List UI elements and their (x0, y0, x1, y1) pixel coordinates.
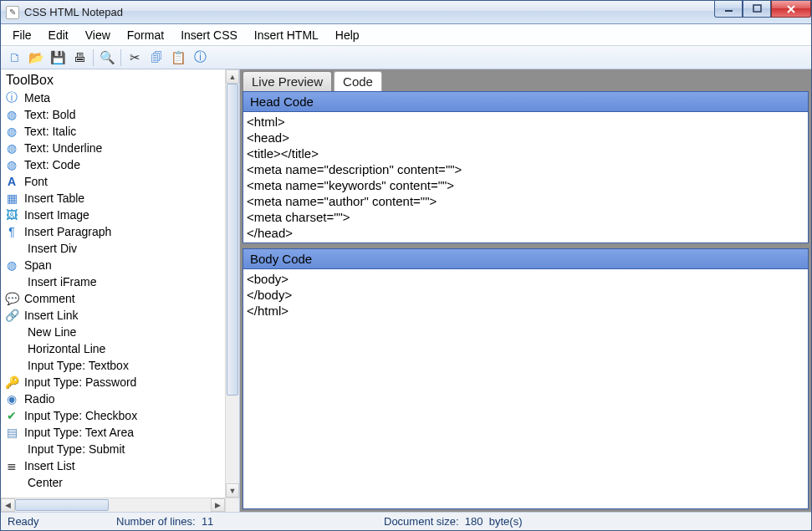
search-button[interactable]: 🔍 (97, 49, 117, 67)
copy-button[interactable]: 🗐 (146, 49, 166, 67)
menu-help[interactable]: Help (327, 26, 368, 44)
toolbox-item-label: Insert Div (28, 242, 77, 255)
scroll-track-horizontal[interactable] (15, 498, 211, 512)
toolbox-item-label: Insert List (24, 459, 75, 472)
scroll-thumb-vertical[interactable] (227, 84, 238, 396)
scroll-up-button[interactable]: ▲ (226, 69, 239, 84)
toolbox-item-label: Horizontal Line (28, 342, 105, 355)
paragraph-icon: ¶ (4, 225, 19, 238)
cut-button[interactable]: ✂ (125, 49, 145, 67)
check-icon: ✔ (4, 409, 19, 422)
toolbox-item-input-type-password[interactable]: 🔑Input Type: Password (1, 374, 225, 391)
editor-area: Live PreviewCode Head Code <html> <head>… (240, 69, 811, 512)
globe-icon: ◍ (4, 108, 19, 121)
toolbox-item-insert-table[interactable]: ▦Insert Table (1, 190, 225, 207)
minimize-icon (724, 4, 733, 13)
toolbox-item-input-type-submit[interactable]: Input Type: Submit (1, 441, 225, 457)
toolbox-item-center[interactable]: Center (1, 474, 225, 491)
globe-icon: ◍ (4, 141, 19, 155)
head-code-panel: Head Code <html> <head> <title></title> … (243, 91, 809, 243)
toolbox-item-label: Text: Italic (24, 125, 76, 138)
menu-insert-html[interactable]: Insert HTML (246, 26, 327, 44)
scroll-down-button[interactable]: ▼ (226, 483, 239, 498)
toolbox-list: ⓘMeta◍Text: Bold◍Text: Italic◍Text: Unde… (1, 89, 225, 491)
titlebar[interactable]: ✎ CSS HTML Notepad (1, 1, 811, 24)
open-folder-button[interactable]: 📂 (26, 49, 46, 67)
toolbox-item-label: Insert Image (24, 208, 89, 222)
paste-icon: 📋 (171, 50, 186, 65)
toolbox-item-font[interactable]: AFont (1, 173, 225, 190)
menu-format[interactable]: Format (119, 26, 172, 44)
toolbox-item-text-underline[interactable]: ◍Text: Underline (1, 140, 225, 156)
scroll-right-button[interactable]: ▶ (211, 498, 225, 512)
toolbox-item-insert-list[interactable]: ≣Insert List (1, 457, 225, 474)
toolbox-item-insert-paragraph[interactable]: ¶Insert Paragraph (1, 223, 225, 240)
toolbox-item-text-code[interactable]: ◍Text: Code (1, 156, 225, 173)
svg-rect-1 (753, 5, 761, 12)
key-icon: 🔑 (4, 375, 19, 389)
status-lines-label: Number of lines: (116, 515, 196, 528)
tab-live-preview[interactable]: Live Preview (243, 71, 332, 91)
toolbox-item-label: Insert Paragraph (24, 225, 111, 238)
toolbox-item-text-italic[interactable]: ◍Text: Italic (1, 123, 225, 140)
scroll-track-vertical[interactable] (226, 84, 239, 483)
toolbox-item-label: Input Type: Submit (28, 442, 125, 456)
minimize-button[interactable] (714, 1, 743, 18)
table-icon: ▦ (4, 191, 19, 205)
toolbox-item-insert-iframe[interactable]: Insert iFrame (1, 273, 225, 290)
head-code-editor[interactable]: <html> <head> <title></title> <meta name… (243, 112, 808, 243)
tab-row: Live PreviewCode (240, 69, 811, 91)
save-icon: 💾 (50, 50, 66, 65)
toolbox-item-comment[interactable]: 💬Comment (1, 290, 225, 307)
tab-code[interactable]: Code (334, 71, 382, 91)
body-code-panel: Body Code <body> </body> </html> (243, 248, 809, 509)
toolbox-item-input-type-text-area[interactable]: ▤Input Type: Text Area (1, 424, 225, 441)
search-icon: 🔍 (100, 50, 115, 65)
print-button[interactable]: 🖶 (69, 49, 89, 67)
toolbox-item-label: New Line (28, 325, 76, 339)
toolbox-item-label: Text: Bold (24, 108, 75, 121)
scroll-left-button[interactable]: ◀ (1, 498, 15, 512)
menu-insert-css[interactable]: Insert CSS (172, 26, 246, 44)
toolbox-item-text-bold[interactable]: ◍Text: Bold (1, 106, 225, 123)
paste-button[interactable]: 📋 (168, 49, 188, 67)
toolbox-item-radio[interactable]: ◉Radio (1, 391, 225, 407)
toolbox-item-input-type-checkbox[interactable]: ✔Input Type: Checkbox (1, 407, 225, 424)
toolbox-item-insert-link[interactable]: 🔗Insert Link (1, 307, 225, 324)
toolbox-item-insert-image[interactable]: 🖼Insert Image (1, 207, 225, 223)
toolbox-item-new-line[interactable]: New Line (1, 324, 225, 340)
menu-view[interactable]: View (77, 26, 119, 44)
main-area: ToolBox ⓘMeta◍Text: Bold◍Text: Italic◍Te… (1, 69, 811, 512)
save-button[interactable]: 💾 (48, 49, 68, 67)
toolbox-item-insert-div[interactable]: Insert Div (1, 240, 225, 257)
statusbar: Ready Number of lines: 11 Document size:… (1, 512, 811, 530)
toolbox-item-label: Radio (24, 392, 55, 406)
maximize-icon (753, 4, 762, 13)
window-controls (714, 1, 811, 18)
close-button[interactable] (771, 1, 811, 18)
toolbox-item-label: Input Type: Text Area (24, 426, 134, 439)
toolbox-scrollbar-horizontal[interactable]: ◀ ▶ (1, 498, 225, 512)
toolbox-item-input-type-textbox[interactable]: Input Type: Textbox (1, 357, 225, 374)
status-size: Document size: 180 byte(s) (384, 515, 548, 528)
info-icon: ⓘ (194, 49, 207, 65)
toolbox-scrollbar-vertical[interactable]: ▲ ▼ (225, 69, 239, 498)
menu-file[interactable]: File (4, 26, 40, 44)
new-file-button[interactable]: 🗋 (4, 49, 24, 67)
scroll-corner (225, 498, 239, 512)
menu-edit[interactable]: Edit (40, 26, 77, 44)
toolbox-header: ToolBox (1, 69, 239, 89)
scroll-thumb-horizontal[interactable] (15, 499, 109, 511)
new-file-icon: 🗋 (8, 50, 21, 64)
body-code-editor[interactable]: <body> </body> </html> (243, 269, 808, 320)
maximize-button[interactable] (743, 1, 771, 18)
info-button[interactable]: ⓘ (190, 49, 210, 67)
toolbox-panel: ToolBox ⓘMeta◍Text: Bold◍Text: Italic◍Te… (1, 69, 240, 512)
toolbox-item-span[interactable]: ◍Span (1, 257, 225, 273)
globe-icon: ◍ (4, 125, 19, 138)
toolbox-item-meta[interactable]: ⓘMeta (1, 89, 225, 106)
toolbox-item-horizontal-line[interactable]: Horizontal Line (1, 340, 225, 357)
radio-icon: ◉ (4, 392, 19, 406)
cut-icon: ✂ (130, 50, 140, 65)
toolbox-item-label: Insert Link (24, 309, 79, 322)
